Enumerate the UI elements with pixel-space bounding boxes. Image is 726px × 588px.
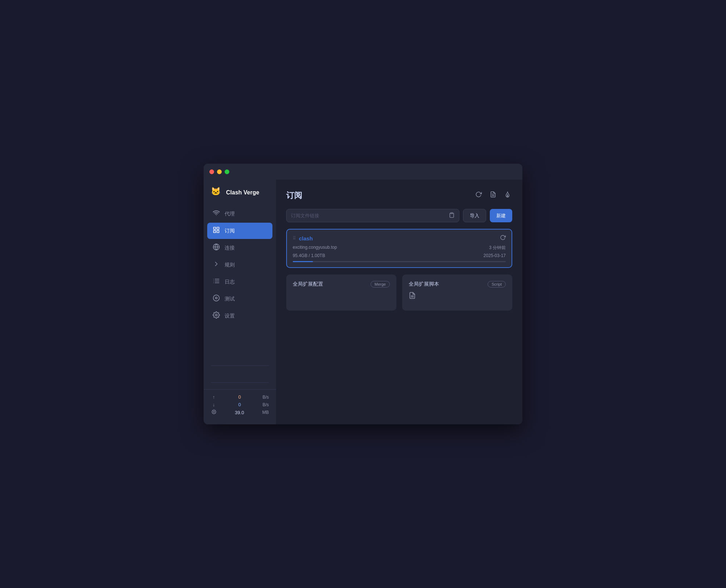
content-area: 订阅 [276, 180, 522, 424]
svg-rect-2 [217, 227, 219, 230]
global-script-card: 全局扩展脚本 Script [402, 274, 512, 311]
sidebar-item-connections[interactable]: 连接 [207, 240, 272, 256]
progress-bar-fill [293, 261, 313, 262]
settings-icon [212, 311, 220, 320]
sidebar-item-subscriptions[interactable]: 订阅 [207, 223, 272, 239]
app-logo-icon: 🐱 [211, 187, 222, 198]
card-header-left: ⠿ clash [293, 235, 313, 242]
card-header: ⠿ clash [293, 235, 506, 242]
subscription-time: 3 分钟前 [489, 245, 506, 251]
proxy-icon [212, 209, 220, 218]
connections-icon [212, 243, 220, 252]
memory-icon [211, 410, 217, 415]
svg-rect-3 [217, 231, 219, 233]
url-bar: 导入 新建 [286, 209, 512, 222]
header-actions [474, 190, 512, 201]
url-input-wrap[interactable] [286, 209, 459, 222]
sidebar-item-logs[interactable]: 日志 [207, 274, 272, 290]
sidebar-item-proxy[interactable]: 代理 [207, 206, 272, 222]
upload-stat-row: ↑ 0 B/s [211, 393, 269, 401]
paste-icon[interactable] [449, 212, 455, 219]
flame-button[interactable] [503, 190, 512, 201]
card-data-row: 95.4GB / 1.00TB 2025-03-17 [293, 253, 506, 258]
upload-value: 0 [219, 394, 260, 400]
titlebar [204, 164, 522, 180]
merge-button[interactable]: Merge [371, 281, 390, 287]
global-script-header: 全局扩展脚本 Script [409, 281, 506, 287]
drag-handle-icon[interactable]: ⠿ [293, 236, 296, 241]
global-config-card: 全局扩展配置 Merge [286, 274, 396, 311]
logs-icon [212, 277, 220, 286]
sidebar-item-rules[interactable]: 规则 [207, 257, 272, 273]
svg-rect-1 [214, 227, 216, 230]
refresh-all-button[interactable] [474, 190, 483, 201]
download-icon: ↓ [211, 402, 217, 407]
minimize-button[interactable] [217, 169, 222, 174]
memory-unit: MB [262, 410, 269, 415]
global-config-header: 全局扩展配置 Merge [293, 281, 390, 287]
sidebar-item-settings[interactable]: 设置 [207, 308, 272, 324]
svg-point-13 [213, 295, 220, 301]
nav-items: 代理 订阅 [204, 206, 276, 362]
traffic-lights [209, 169, 229, 174]
page-header: 订阅 [286, 190, 512, 201]
test-label: 测试 [225, 296, 235, 302]
test-icon [212, 294, 220, 303]
rules-icon [212, 260, 220, 269]
upload-icon: ↑ [211, 394, 217, 400]
maximize-button[interactable] [225, 169, 229, 174]
upload-unit: B/s [263, 395, 269, 400]
svg-rect-19 [451, 213, 452, 214]
download-value: 0 [219, 402, 260, 407]
card-meta: exciting.congyusub.top 3 分钟前 [293, 245, 506, 251]
svg-point-14 [216, 297, 217, 299]
sidebar-divider-bottom [211, 382, 269, 383]
sidebar-item-test[interactable]: 测试 [207, 291, 272, 307]
subscription-url: exciting.congyusub.top [293, 245, 337, 251]
sidebar: 🐱 Clash Verge 代理 [204, 180, 276, 424]
script-file-icon [409, 292, 506, 301]
memory-stat-row: 39.0 MB [211, 408, 269, 416]
svg-point-16 [213, 411, 214, 412]
subscription-date: 2025-03-17 [484, 253, 506, 258]
close-button[interactable] [209, 169, 214, 174]
memory-value: 39.0 [219, 410, 260, 415]
progress-bar-wrap [293, 261, 506, 262]
settings-label: 设置 [225, 313, 235, 319]
app-name-label: Clash Verge [226, 189, 259, 196]
document-button[interactable] [488, 190, 498, 201]
import-button[interactable]: 导入 [463, 209, 486, 222]
logs-label: 日志 [225, 279, 235, 285]
connections-label: 连接 [225, 245, 235, 251]
sidebar-divider-top [211, 365, 269, 366]
subscription-refresh-icon[interactable] [500, 235, 506, 242]
svg-point-15 [216, 314, 217, 316]
global-config-title: 全局扩展配置 [293, 281, 323, 287]
download-stat-row: ↓ 0 B/s [211, 401, 269, 408]
rules-label: 规则 [225, 262, 235, 268]
url-input[interactable] [291, 209, 449, 222]
svg-rect-4 [214, 231, 216, 233]
page-title: 订阅 [286, 190, 302, 201]
script-button[interactable]: Script [488, 281, 506, 287]
subscription-card[interactable]: ⠿ clash exciting.congyusub.top 3 分钟前 95.… [286, 229, 512, 268]
sidebar-stats: ↑ 0 B/s ↓ 0 B/s 39.0 MB [204, 389, 276, 420]
global-script-title: 全局扩展脚本 [409, 281, 439, 287]
main-layout: 🐱 Clash Verge 代理 [204, 180, 522, 424]
proxy-label: 代理 [225, 211, 235, 217]
new-button[interactable]: 新建 [490, 209, 512, 222]
subscription-name: clash [299, 235, 313, 242]
bottom-cards: 全局扩展配置 Merge 全局扩展脚本 Script [286, 274, 512, 311]
app-window: 🐱 Clash Verge 代理 [204, 164, 522, 424]
subscription-usage: 95.4GB / 1.00TB [293, 253, 325, 258]
logo-area: 🐱 Clash Verge [204, 184, 276, 206]
subscriptions-icon [212, 226, 220, 235]
subscriptions-label: 订阅 [225, 228, 235, 234]
download-unit: B/s [263, 402, 269, 407]
